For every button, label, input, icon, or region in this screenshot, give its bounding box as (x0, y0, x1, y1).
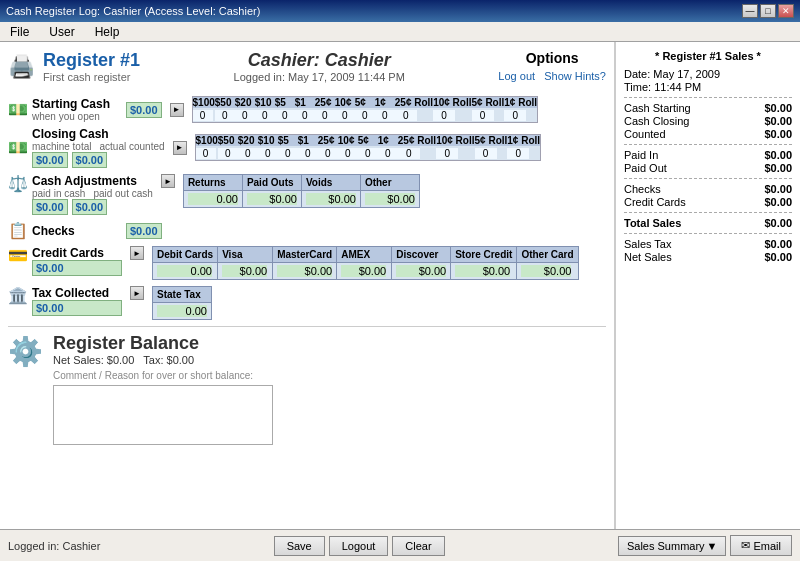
cc-discover-input[interactable] (396, 265, 446, 277)
closing-actual-value: $0.00 (72, 152, 108, 168)
closing-machine-value: $0.00 (32, 152, 68, 168)
rp-time-value: 11:44 PM (654, 81, 701, 93)
rp-row-value: $0.00 (764, 115, 792, 127)
credit-arrow[interactable]: ► (130, 246, 144, 260)
cc-mc-input[interactable] (277, 265, 332, 277)
cc-amex-input[interactable] (341, 265, 386, 277)
tax-icon: 🏛️ (8, 286, 28, 305)
cc-header-other: Other Card (517, 247, 578, 263)
cc-coin-input[interactable] (258, 148, 278, 159)
minimize-button[interactable]: — (742, 4, 758, 18)
logout-button[interactable]: Logout (329, 536, 389, 556)
tax-value: $0.00 (32, 300, 122, 316)
cc-visa-input[interactable] (222, 265, 267, 277)
cc-debit-input[interactable] (157, 265, 212, 277)
closing-cash-arrow[interactable]: ► (173, 141, 187, 155)
cc-header-discover: Discover (392, 247, 451, 263)
cash-adj-arrow[interactable]: ► (161, 174, 175, 188)
status-right: Sales Summary ▼ ✉ Email (618, 535, 792, 556)
main-container: 🖨️ Register #1 First cash register Cashi… (0, 42, 800, 529)
rp-date-label: Date: (624, 68, 650, 80)
rp-row-paid-in: Paid In $0.00 (624, 149, 792, 161)
sc-coin-input[interactable] (472, 110, 494, 121)
rp-row-label: Sales Tax (624, 238, 672, 250)
menu-help[interactable]: Help (89, 24, 126, 40)
options-section: Options Log out Show Hints? (498, 50, 606, 90)
sc-coin-input[interactable] (504, 110, 526, 121)
sc-coin-input[interactable] (355, 110, 375, 121)
cc-other-input[interactable] (521, 265, 571, 277)
sc-coin-input[interactable] (275, 110, 295, 121)
adj-returns-input[interactable] (188, 193, 238, 205)
balance-comment-textarea[interactable] (53, 385, 273, 445)
sc-coin-input[interactable] (335, 110, 355, 121)
adj-voids-input[interactable] (306, 193, 356, 205)
cc-coin-input[interactable] (507, 148, 529, 159)
sc-coin-input[interactable] (395, 110, 417, 121)
title-bar: Cash Register Log: Cashier (Access Level… (0, 0, 800, 22)
sc-coin-input[interactable] (255, 110, 275, 121)
email-button[interactable]: ✉ Email (730, 535, 792, 556)
cc-coin-input[interactable] (218, 148, 238, 159)
cashier-title: Cashier: Cashier (160, 50, 478, 71)
adj-header-paidouts: Paid Outs (242, 175, 301, 191)
starting-cash-arrow[interactable]: ► (170, 103, 184, 117)
tax-header-state: State Tax (153, 287, 212, 303)
maximize-button[interactable]: □ (760, 4, 776, 18)
rp-time-label: Time: (624, 81, 651, 93)
rp-row-value: $0.00 (764, 149, 792, 161)
cc-coin-input[interactable] (238, 148, 258, 159)
menu-file[interactable]: File (4, 24, 35, 40)
rp-row-value: $0.00 (764, 162, 792, 174)
sc-coin-input[interactable] (215, 110, 235, 121)
cc-coin-input[interactable] (398, 148, 420, 159)
rp-row-value: $0.00 (764, 238, 792, 250)
sc-coin-input[interactable] (375, 110, 395, 121)
cc-coin-input[interactable] (338, 148, 358, 159)
right-panel: * Register #1 Sales * Date: May 17, 2009… (615, 42, 800, 529)
cc-coin-input[interactable] (436, 148, 458, 159)
register-name: Register #1 (43, 50, 140, 71)
email-label: Email (753, 540, 781, 552)
balance-icon: ⚙️ (8, 335, 43, 368)
adj-other-input[interactable] (365, 193, 415, 205)
rp-row-value: $0.00 (764, 251, 792, 263)
tax-label: Tax Collected (32, 286, 122, 300)
cc-coin-input[interactable] (196, 148, 216, 159)
cc-coin-input[interactable] (378, 148, 398, 159)
rp-row-total-sales: Total Sales $0.00 (624, 217, 792, 229)
left-panel: 🖨️ Register #1 First cash register Cashi… (0, 42, 615, 529)
closing-actual-label: actual counted (99, 141, 164, 152)
starting-cash-sublabel: when you open (32, 111, 122, 122)
rp-row-value: $0.00 (764, 217, 792, 229)
paid-out-value: $0.00 (72, 199, 108, 215)
credit-table-wrap: Debit Cards Visa MasterCard AMEX Discove… (152, 246, 579, 280)
logout-link[interactable]: Log out (498, 70, 535, 82)
cc-store-input[interactable] (455, 265, 510, 277)
credit-cards-section: 💳 Credit Cards $0.00 ► Debit Cards Visa … (8, 246, 606, 280)
adj-paidouts-input[interactable] (247, 193, 297, 205)
sc-coin-input[interactable] (193, 110, 213, 121)
credit-label: Credit Cards (32, 246, 122, 260)
sc-coin-input[interactable] (235, 110, 255, 121)
menu-user[interactable]: User (43, 24, 80, 40)
sc-coin-input[interactable] (295, 110, 315, 121)
tax-arrow[interactable]: ► (130, 286, 144, 300)
cc-coin-input[interactable] (278, 148, 298, 159)
checks-value: $0.00 (126, 223, 162, 239)
tax-state-input[interactable] (157, 305, 207, 317)
rp-row-label: Net Sales (624, 251, 672, 263)
cc-coin-input[interactable] (298, 148, 318, 159)
sc-coin-input[interactable] (433, 110, 455, 121)
cc-coin-input[interactable] (358, 148, 378, 159)
sc-coin-input[interactable] (315, 110, 335, 121)
clear-button[interactable]: Clear (392, 536, 444, 556)
cc-coin-input[interactable] (318, 148, 338, 159)
rp-row-value: $0.00 (764, 102, 792, 114)
hints-link[interactable]: Show Hints? (544, 70, 606, 82)
cc-coin-input[interactable] (475, 148, 497, 159)
save-button[interactable]: Save (274, 536, 325, 556)
sales-summary-button[interactable]: Sales Summary ▼ (618, 536, 727, 556)
close-button[interactable]: ✕ (778, 4, 794, 18)
cc-header-mc: MasterCard (273, 247, 337, 263)
